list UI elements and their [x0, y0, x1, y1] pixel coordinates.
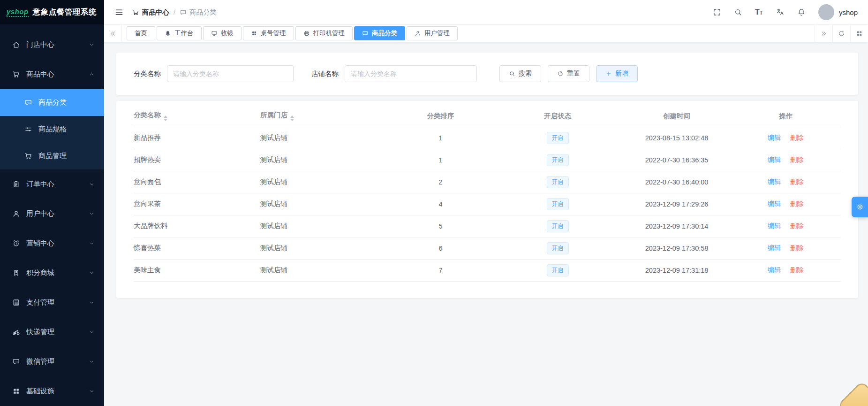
chevron-down-icon: [89, 388, 95, 394]
sidebar-item-label: 基础设施: [26, 387, 54, 396]
sort-carets-icon[interactable]: [164, 115, 167, 121]
sort-carets-icon[interactable]: [290, 115, 294, 121]
breadcrumb-separator: /: [174, 8, 175, 16]
main-area: 商品中心 / 商品分类 TT yshop: [104, 0, 868, 406]
scroll-tabs-left-button[interactable]: [104, 25, 122, 42]
delete-link[interactable]: 删除: [790, 134, 804, 141]
grid-dots-icon: [251, 30, 257, 37]
sidebar-item-express-manage[interactable]: 快递管理: [0, 317, 104, 347]
delete-link[interactable]: 删除: [790, 178, 804, 185]
search-icon[interactable]: [734, 8, 742, 16]
sidebar-item-product-category[interactable]: 商品分类: [0, 89, 104, 116]
sidebar-item-store-center[interactable]: 门店中心: [0, 30, 104, 60]
search-button[interactable]: 搜索: [499, 65, 541, 82]
sidebar-item-infrastructure[interactable]: 基础设施: [0, 376, 104, 406]
category-name-input[interactable]: [167, 65, 294, 82]
delete-link[interactable]: 删除: [790, 266, 804, 274]
cell-category-name: 大品牌饮料: [134, 215, 260, 237]
translate-icon[interactable]: [776, 8, 785, 16]
table-row: 惊喜热菜测试店铺6开启2023-12-09 17:30:58编辑删除: [134, 237, 841, 259]
tab-product-category[interactable]: 商品分类: [354, 26, 405, 40]
sidebar-item-marketing-center[interactable]: 营销中心: [0, 229, 104, 258]
breadcrumb-label: 商品分类: [189, 8, 217, 17]
cell-category-name: 惊喜热菜: [134, 237, 260, 259]
tab-printer-manage[interactable]: 打印机管理: [295, 26, 353, 40]
grid-icon: [12, 387, 20, 395]
filter-buttons: 搜索 重置 新增: [499, 65, 638, 82]
cell-store: 测试店铺: [260, 237, 389, 259]
delete-link[interactable]: 删除: [790, 200, 804, 207]
table-row: 美味主食测试店铺7开启2023-12-09 17:31:18编辑删除: [134, 259, 841, 281]
tab-label: 商品分类: [372, 29, 397, 38]
sidebar-item-user-center[interactable]: 用户中心: [0, 199, 104, 229]
sidebar-item-order-center[interactable]: 订单中心: [0, 169, 104, 199]
column-header[interactable]: 分类名称: [134, 106, 260, 127]
edit-link[interactable]: 编辑: [768, 200, 781, 207]
tab-user-manage[interactable]: 用户管理: [407, 26, 458, 40]
category-name-field: 分类名称: [134, 65, 294, 82]
edit-link[interactable]: 编辑: [768, 244, 781, 252]
sidebar-item-product-center[interactable]: 商品中心: [0, 60, 104, 89]
sidebar-item-product-manage[interactable]: 商品管理: [0, 143, 104, 169]
app-logo: yshop 意象点餐管理系统: [0, 0, 104, 24]
tab-label: 工作台: [174, 29, 194, 38]
search-icon: [509, 70, 515, 77]
user-icon: [415, 30, 421, 37]
sidebar-item-payment-manage[interactable]: 支付管理: [0, 288, 104, 317]
page-content: 分类名称 店铺名称 搜索 重置: [104, 42, 868, 406]
user-icon: [12, 210, 20, 218]
product-center-submenu: 商品分类商品规格商品管理: [0, 89, 104, 169]
category-name-label: 分类名称: [134, 69, 161, 78]
edit-link[interactable]: 编辑: [768, 156, 781, 163]
breadcrumb-item-product-center[interactable]: 商品中心: [132, 8, 169, 17]
scroll-tabs-right-button[interactable]: [815, 25, 832, 42]
settings-fab[interactable]: [852, 197, 868, 217]
app-title: 意象点餐管理系统: [33, 7, 97, 17]
table-row: 招牌热卖测试店铺1开启2022-07-30 16:36:35编辑删除: [134, 149, 841, 171]
sidebar-item-wechat-manage[interactable]: 微信管理: [0, 347, 104, 376]
chevron-up-icon: [89, 71, 95, 77]
fullscreen-icon[interactable]: [713, 8, 721, 16]
delete-link[interactable]: 删除: [790, 244, 804, 252]
tabs-options-button[interactable]: [850, 25, 868, 42]
chat-icon: [180, 9, 187, 16]
cell-store: 测试店铺: [260, 259, 389, 281]
cell-created-time: 2023-12-09 17:29:26: [623, 193, 731, 215]
tab-table-manage[interactable]: 桌号管理: [243, 26, 294, 40]
column-header[interactable]: 所属门店: [260, 106, 389, 127]
tab-workbench[interactable]: 工作台: [157, 26, 202, 40]
user-menu[interactable]: yshop: [818, 4, 858, 20]
store-name-input[interactable]: [345, 65, 477, 82]
chevron-down-icon: [89, 181, 95, 187]
refresh-icon: [838, 30, 845, 37]
reset-button[interactable]: 重置: [548, 65, 589, 82]
tab-cashier[interactable]: 收银: [203, 26, 242, 40]
delete-link[interactable]: 删除: [790, 222, 804, 230]
font-size-icon[interactable]: TT: [755, 8, 763, 16]
notification-bell-icon[interactable]: [797, 8, 806, 16]
edit-link[interactable]: 编辑: [768, 266, 781, 274]
tab-home[interactable]: 首页: [127, 26, 155, 40]
edit-link[interactable]: 编辑: [768, 134, 781, 141]
hamburger-icon[interactable]: [114, 8, 124, 17]
chevron-down-icon: [89, 211, 95, 217]
add-button[interactable]: 新增: [596, 65, 638, 82]
refresh-page-button[interactable]: [832, 25, 850, 42]
topbar-actions: TT yshop: [713, 4, 858, 20]
sidebar-item-product-spec[interactable]: 商品规格: [0, 116, 104, 143]
tab-label: 首页: [135, 29, 147, 38]
category-table-card: 分类名称所属门店分类排序开启状态创建时间操作 新品推荐测试店铺1开启2023-0…: [116, 101, 858, 298]
tag-icon: [12, 269, 20, 277]
delete-link[interactable]: 删除: [790, 156, 804, 163]
logo-mark: yshop: [7, 8, 29, 17]
sidebar-menu: 门店中心商品中心商品分类商品规格商品管理订单中心用户中心营销中心积分商城支付管理…: [0, 24, 104, 406]
sidebar-item-label: 支付管理: [26, 298, 54, 307]
printer-icon: [303, 30, 310, 37]
store-name-label: 店铺名称: [311, 69, 339, 78]
edit-link[interactable]: 编辑: [768, 178, 781, 185]
cell-created-time: 2023-12-09 17:30:14: [623, 215, 731, 237]
cell-sort-order: 7: [389, 259, 492, 281]
edit-link[interactable]: 编辑: [768, 222, 781, 230]
sidebar-item-points-mall[interactable]: 积分商城: [0, 258, 104, 288]
chat-icon: [24, 99, 32, 107]
